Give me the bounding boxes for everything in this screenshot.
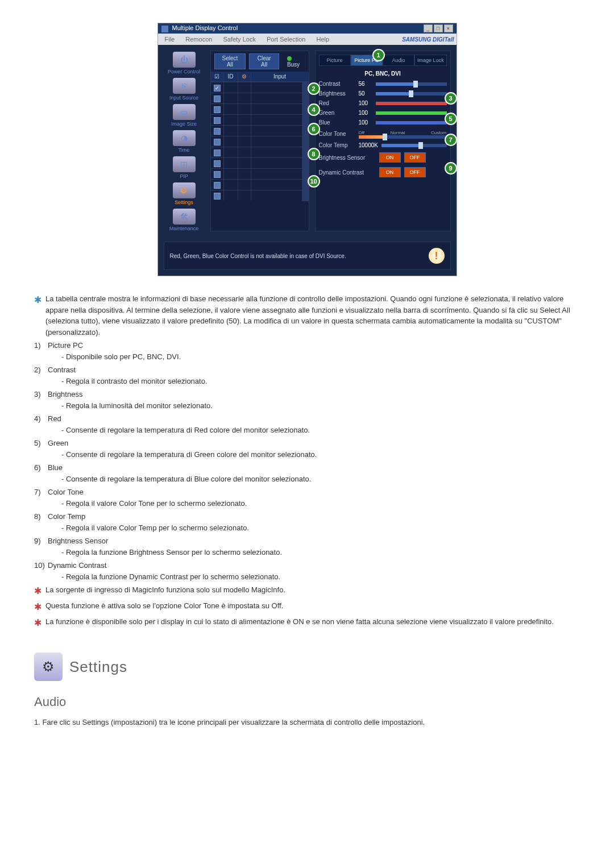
close-button[interactable]: × — [444, 24, 453, 32]
brightness-sensor-off[interactable]: OFF — [404, 152, 426, 163]
tab-audio[interactable]: Audio — [383, 55, 414, 66]
row-checkbox[interactable] — [214, 149, 221, 156]
minimize-button[interactable]: _ — [424, 24, 433, 32]
sidebar: ⏻ Power Control ⎘ Input Source ▭ Image S… — [164, 51, 205, 231]
item-title: Brightness Sensor — [48, 535, 580, 547]
item-title: Color Temp — [48, 511, 580, 522]
select-all-button[interactable]: Select All — [214, 53, 246, 69]
callout-2: 2 — [308, 82, 320, 95]
sidebar-item-maintenance[interactable]: 🛠 Maintenance — [164, 207, 205, 231]
menu-items: File Remocon Safety Lock Port Selection … — [160, 35, 334, 44]
maintenance-icon: 🛠 — [173, 209, 196, 225]
image-size-icon: ▭ — [173, 104, 196, 120]
sidebar-label: PIP — [164, 173, 205, 179]
sidebar-item-settings[interactable]: ⚙ Settings — [164, 181, 205, 205]
table-row[interactable] — [211, 136, 302, 147]
table-row[interactable] — [211, 190, 302, 201]
row-checkbox[interactable] — [214, 106, 221, 113]
col-checkbox[interactable]: ☑ — [211, 72, 224, 81]
red-row: Red 100 — [319, 98, 447, 108]
callout-8: 8 — [308, 148, 320, 160]
table-row[interactable] — [211, 179, 302, 190]
contrast-value: 56 — [359, 81, 376, 87]
contrast-row: Contrast 56 — [319, 79, 447, 89]
row-checkbox[interactable] — [214, 193, 221, 200]
color-temp-slider[interactable] — [381, 144, 447, 147]
tone-opt-custom: Custom — [431, 130, 447, 135]
brightness-sensor-on[interactable]: ON — [379, 152, 401, 163]
power-icon: ⏻ — [173, 52, 196, 68]
item-title: Red — [48, 413, 580, 425]
item-desc: - Regola la luminosità del monitor selez… — [48, 400, 580, 412]
sidebar-label: Input Source — [164, 95, 205, 101]
sidebar-label: Settings — [164, 200, 205, 205]
footer-message: Red, Green, Blue Color Control is not av… — [170, 253, 346, 259]
sidebar-item-image-size[interactable]: ▭ Image Size — [164, 103, 205, 127]
clear-all-button[interactable]: Clear All — [249, 53, 279, 69]
callout-6: 6 — [308, 123, 320, 135]
table-row[interactable] — [211, 114, 302, 125]
menu-safety-lock[interactable]: Safety Lock — [218, 35, 260, 44]
list-item: 8)Color Temp- Regola il valore Color Tem… — [34, 511, 580, 533]
settings-icon: ⚙ — [173, 182, 196, 198]
green-row: Green 100 — [319, 108, 447, 118]
item-title: Contrast — [48, 364, 580, 376]
callout-7: 7 — [445, 134, 457, 146]
color-tone-slider[interactable] — [359, 135, 447, 139]
sidebar-label: Power Control — [164, 69, 205, 74]
menu-port-selection[interactable]: Port Selection — [262, 35, 310, 44]
contrast-slider[interactable] — [376, 82, 447, 86]
row-checkbox[interactable] — [214, 139, 221, 146]
tab-image-lock[interactable]: Image Lock — [414, 55, 446, 66]
window-controls: _ □ × — [424, 24, 453, 32]
green-slider[interactable] — [376, 111, 447, 115]
item-number: 2) — [34, 364, 48, 376]
subsection-title: Audio — [34, 692, 580, 711]
sidebar-item-time[interactable]: ◑ Time — [164, 129, 205, 153]
dynamic-contrast-label: Dynamic Contrast — [319, 169, 376, 176]
table-row[interactable] — [211, 82, 302, 93]
item-number: 8) — [34, 511, 48, 522]
sidebar-item-input[interactable]: ⎘ Input Source — [164, 77, 205, 101]
table-row[interactable] — [211, 103, 302, 114]
callout-4: 4 — [308, 103, 320, 116]
item-number: 5) — [34, 438, 48, 449]
menu-help[interactable]: Help — [312, 35, 334, 44]
tab-picture[interactable]: Picture — [319, 55, 351, 66]
row-checkbox[interactable] — [214, 85, 221, 92]
table-row[interactable] — [211, 157, 302, 168]
menu-remocon[interactable]: Remocon — [181, 35, 217, 44]
app-icon — [161, 26, 168, 32]
footer-bar: Red, Green, Blue Color Control is not av… — [164, 242, 451, 270]
dynamic-contrast-off[interactable]: OFF — [404, 167, 426, 177]
blue-slider[interactable] — [376, 121, 447, 124]
table-row[interactable] — [211, 147, 302, 157]
sidebar-label: Maintenance — [164, 226, 205, 231]
item-title: Picture PC — [48, 340, 580, 351]
blue-value: 100 — [359, 119, 376, 126]
sidebar-item-power[interactable]: ⏻ Power Control — [164, 51, 205, 74]
brightness-slider[interactable] — [376, 92, 447, 95]
brand-label: SAMSUNG DIGITall — [402, 36, 454, 43]
sidebar-label: Image Size — [164, 121, 205, 127]
green-label: Green — [319, 110, 359, 116]
item-desc: - Regola il valore Color Tone per lo sch… — [48, 498, 580, 509]
row-checkbox[interactable] — [214, 117, 221, 124]
table-row[interactable] — [211, 93, 302, 103]
sidebar-item-pip[interactable]: ◫ PIP — [164, 155, 205, 179]
blue-label: Blue — [319, 119, 359, 126]
red-slider[interactable] — [376, 102, 447, 105]
row-checkbox[interactable] — [214, 160, 221, 167]
dynamic-contrast-on[interactable]: ON — [379, 167, 401, 177]
time-icon: ◑ — [173, 130, 196, 146]
row-checkbox[interactable] — [214, 128, 221, 135]
maximize-button[interactable]: □ — [434, 24, 443, 32]
red-label: Red — [319, 100, 359, 106]
row-checkbox[interactable] — [214, 95, 221, 102]
table-row[interactable] — [211, 125, 302, 136]
row-checkbox[interactable] — [214, 182, 221, 189]
row-checkbox[interactable] — [214, 171, 221, 178]
menu-file[interactable]: File — [160, 35, 180, 44]
col-icon: ⚙ — [238, 72, 251, 81]
table-row[interactable] — [211, 168, 302, 179]
